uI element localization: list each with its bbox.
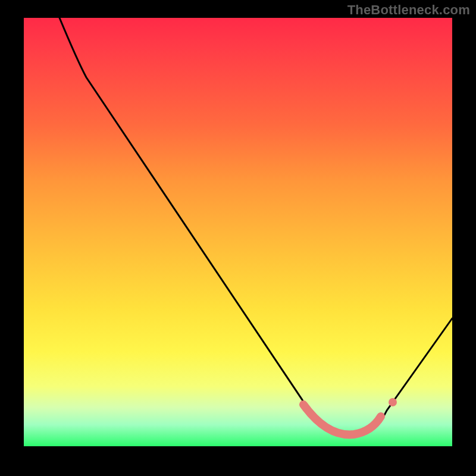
optimal-edge-marker <box>389 398 397 406</box>
bottleneck-curve <box>24 18 452 446</box>
optimal-zone-highlight <box>303 405 381 434</box>
chart-frame: TheBottleneck.com <box>0 0 476 476</box>
curve-line <box>60 18 452 435</box>
watermark-text: TheBottleneck.com <box>347 2 470 18</box>
